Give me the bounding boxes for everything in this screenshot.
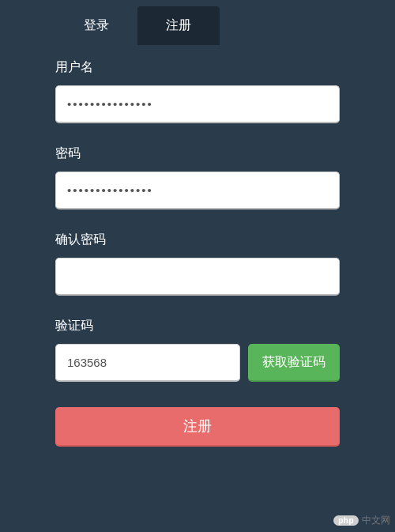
username-group: 用户名 <box>55 59 340 123</box>
tab-register[interactable]: 注册 <box>137 6 220 45</box>
confirm-password-label: 确认密码 <box>55 232 340 248</box>
register-submit-button[interactable]: 注册 <box>55 407 340 447</box>
captcha-row: 获取验证码 <box>55 344 340 382</box>
username-label: 用户名 <box>55 59 340 76</box>
tab-login[interactable]: 登录 <box>55 6 137 45</box>
captcha-group: 验证码 获取验证码 <box>55 318 340 382</box>
watermark: php 中文网 <box>333 514 390 527</box>
register-form: 用户名 密码 确认密码 验证码 获取验证码 注册 <box>0 59 395 447</box>
watermark-badge: php <box>333 515 359 526</box>
register-panel: 登录 注册 用户名 密码 确认密码 验证码 获取验证码 注册 <box>0 0 395 532</box>
password-input[interactable] <box>55 172 340 209</box>
username-input[interactable] <box>55 85 340 123</box>
get-captcha-button[interactable]: 获取验证码 <box>248 344 340 382</box>
watermark-text: 中文网 <box>362 514 390 527</box>
password-group: 密码 <box>55 145 340 209</box>
confirm-password-group: 确认密码 <box>55 232 340 296</box>
auth-tabs: 登录 注册 <box>0 6 395 45</box>
password-label: 密码 <box>55 145 340 162</box>
captcha-input[interactable] <box>55 344 240 382</box>
confirm-password-input[interactable] <box>55 258 340 296</box>
captcha-label: 验证码 <box>55 318 340 334</box>
